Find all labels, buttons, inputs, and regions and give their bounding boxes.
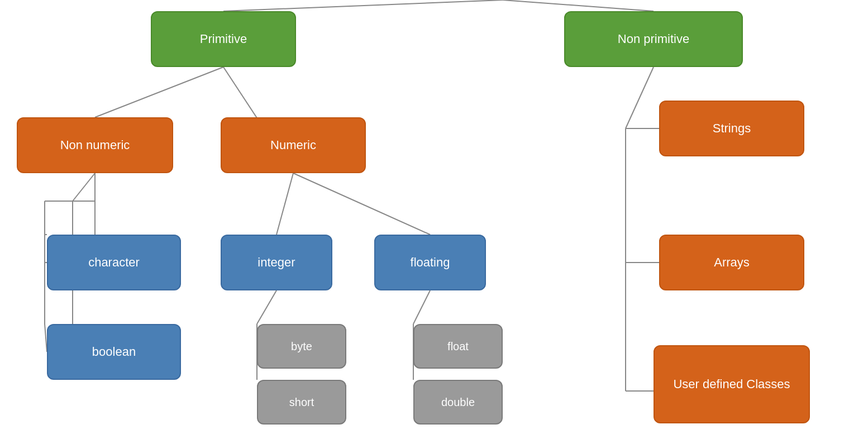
udclasses-node: User defined Classes — [654, 345, 810, 423]
diagram: Primitive Non primitive Non numeric Nume… — [0, 0, 868, 434]
primitive-node: Primitive — [151, 11, 296, 67]
svg-line-2 — [223, 0, 503, 11]
svg-line-3 — [503, 0, 654, 11]
strings-node: Strings — [659, 101, 804, 156]
character-node: character — [47, 235, 181, 290]
svg-line-15 — [293, 173, 430, 235]
double-node: double — [413, 380, 503, 425]
svg-line-21 — [626, 67, 654, 128]
nonprimitive-node: Non primitive — [564, 11, 743, 67]
svg-line-16 — [257, 290, 276, 324]
arrays-node: Arrays — [659, 235, 804, 290]
byte-node: byte — [257, 324, 346, 369]
boolean-node: boolean — [47, 324, 181, 380]
svg-line-0 — [95, 67, 223, 117]
svg-line-10 — [73, 173, 95, 201]
floating-node: floating — [374, 235, 486, 290]
float-node: float — [413, 324, 503, 369]
nonnumeric-node: Non numeric — [17, 117, 173, 173]
svg-line-14 — [276, 173, 293, 235]
numeric-node: Numeric — [221, 117, 366, 173]
integer-node: integer — [221, 235, 332, 290]
svg-line-19 — [413, 290, 430, 324]
short-node: short — [257, 380, 346, 425]
